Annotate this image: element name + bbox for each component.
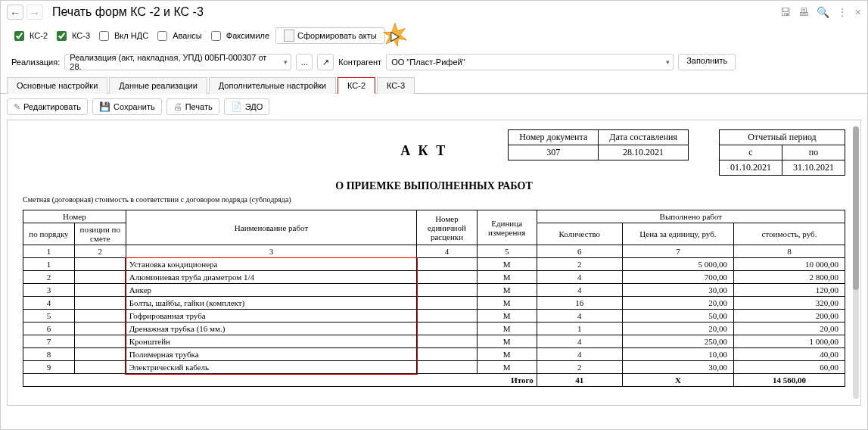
col-number: 7 — [622, 245, 733, 258]
table-cell: М — [477, 284, 537, 297]
edo-icon — [231, 101, 242, 112]
table-row: 8Полимерная трубкаМ410,0040,00 — [23, 348, 845, 361]
search-icon[interactable]: 🔍 — [817, 6, 829, 18]
total-label: Итого — [23, 374, 537, 387]
table-cell: 40,00 — [733, 348, 845, 361]
save-icon[interactable]: 🖫 — [780, 6, 791, 18]
col-number: 1 — [23, 245, 75, 258]
table-row: 9Электрический кабельМ230,0060,00 — [23, 361, 845, 374]
realization-open-button[interactable]: ↗ — [317, 54, 334, 70]
table-cell: 16 — [537, 297, 622, 310]
table-row: 4Болты, шайбы, гайки (комплект)М1620,003… — [23, 297, 845, 310]
realization-value: Реализация (акт, накладная, УПД) 00БП-00… — [70, 53, 275, 71]
document-content: А К Т Номер документа Дата составления 3… — [8, 120, 860, 394]
save-label: Сохранить — [114, 102, 155, 111]
checkbox-ks2[interactable]: КС-2 — [11, 29, 48, 43]
main-table-wrapper: Номер Наименование работ Номер единичной… — [23, 210, 845, 387]
table-cell: 9 — [23, 361, 75, 374]
table-cell — [417, 361, 477, 374]
table-cell: 1 — [23, 258, 75, 271]
table-cell: 4 — [537, 271, 622, 284]
checkbox-ks2-input[interactable] — [14, 31, 24, 41]
toolbar-document: Редактировать Сохранить Печать ЭДО — [1, 94, 867, 120]
checkbox-avansy-input[interactable] — [157, 31, 167, 41]
table-cell: 8 — [23, 348, 75, 361]
table-cell — [74, 297, 126, 310]
nav-forward-button[interactable]: → — [26, 5, 43, 20]
akt-subtitle: О ПРИЕМКЕ ВЫПОЛНЕННЫХ РАБОТ — [23, 180, 845, 192]
checkbox-ks3-input[interactable] — [57, 31, 67, 41]
tab-ks2[interactable]: КС-2 — [338, 77, 375, 94]
period-header: Отчетный период — [720, 130, 845, 145]
document-view[interactable]: А К Т Номер документа Дата составления 3… — [7, 120, 861, 406]
scroll-thumb[interactable] — [853, 126, 859, 290]
total-cost: 14 560,00 — [733, 374, 845, 387]
table-cell: 2 — [537, 258, 622, 271]
period-to: 31.10.2021 — [782, 160, 845, 176]
table-cell: 700,00 — [622, 271, 733, 284]
table-cell: М — [477, 335, 537, 348]
titlebar: ← → Печать форм КС -2 и КС -3 🖫 🖶 🔍 ⋮ × — [1, 1, 867, 23]
more-icon[interactable]: ⋮ — [837, 6, 848, 18]
table-cell: 200,00 — [733, 310, 845, 322]
form-acts-label: Сформировать акты — [297, 31, 377, 40]
vertical-scrollbar[interactable] — [853, 126, 859, 399]
doc-number-table: Номер документа Дата составления 307 28.… — [508, 129, 689, 160]
table-cell: 5 — [23, 310, 75, 322]
form-acts-button[interactable]: Сформировать акты — [275, 27, 385, 44]
tab-realization-data[interactable]: Данные реализации — [109, 77, 207, 94]
table-cell: 30,00 — [622, 361, 733, 374]
print-icon[interactable]: 🖶 — [798, 6, 809, 18]
checkbox-vkl-nds[interactable]: Вкл НДС — [96, 29, 148, 43]
edo-button[interactable]: ЭДО — [224, 98, 270, 115]
table-cell — [74, 310, 126, 322]
table-cell — [74, 271, 126, 284]
edit-button[interactable]: Редактировать — [7, 98, 88, 115]
close-icon[interactable]: × — [855, 6, 861, 18]
print-button[interactable]: Печать — [166, 98, 219, 115]
table-cell: 7 — [23, 335, 75, 348]
table-cell — [417, 322, 477, 335]
doc-no-header: Номер документа — [509, 130, 599, 145]
save-button[interactable]: Сохранить — [92, 98, 162, 115]
table-cell: М — [477, 310, 537, 322]
period-table: Отчетный период с по 01.10.2021 31.10.20… — [719, 129, 845, 176]
table-cell: 4 — [537, 348, 622, 361]
nav-back-button[interactable]: ← — [7, 5, 23, 20]
th-cost: стоимость, руб. — [733, 223, 845, 245]
table-cell: 20,00 — [622, 297, 733, 310]
table-cell — [417, 271, 477, 284]
th-qty: Количество — [537, 223, 622, 245]
tab-main[interactable]: Основные настройки — [7, 77, 107, 94]
th-price: Цена за единицу, руб. — [622, 223, 733, 245]
table-cell: 4 — [537, 335, 622, 348]
fill-label: Заполнить — [686, 56, 727, 65]
checkbox-faksimile[interactable]: Факсимиле — [208, 29, 269, 43]
realization-select-button[interactable]: ... — [296, 54, 313, 70]
tab-extra[interactable]: Дополнительные настройки — [209, 77, 336, 94]
table-cell: Гофрированная труба — [126, 310, 417, 322]
table-cell: 320,00 — [733, 297, 845, 310]
table-cell: М — [477, 322, 537, 335]
tab-ks3[interactable]: КС-3 — [377, 77, 415, 94]
fill-button[interactable]: Заполнить — [678, 54, 736, 70]
checkbox-avansy[interactable]: Авансы — [154, 29, 202, 43]
checkbox-faksimile-input[interactable] — [211, 31, 221, 41]
table-cell: 4 — [537, 310, 622, 322]
table-cell — [417, 297, 477, 310]
contractor-dropdown[interactable]: ОО "Пласт-Рифей" — [386, 54, 674, 70]
table-cell — [417, 284, 477, 297]
realization-dropdown[interactable]: Реализация (акт, накладная, УПД) 00БП-00… — [64, 54, 291, 70]
checkbox-ks3[interactable]: КС-3 — [54, 29, 90, 43]
table-cell: Анкер — [126, 284, 417, 297]
checkbox-vkl-nds-input[interactable] — [99, 31, 109, 41]
col-number: 3 — [126, 245, 417, 258]
table-cell: 20,00 — [733, 322, 845, 335]
doc-date-header: Дата составления — [599, 130, 689, 145]
table-cell: М — [477, 258, 537, 271]
table-row: 2Алюминиевая труба диаметром 1/4М4700,00… — [23, 271, 845, 284]
th-pos: позиции по смете — [74, 223, 126, 245]
period-to-header: по — [782, 145, 845, 160]
table-cell: Кронштейн — [126, 335, 417, 348]
period-from-header: с — [720, 145, 782, 160]
